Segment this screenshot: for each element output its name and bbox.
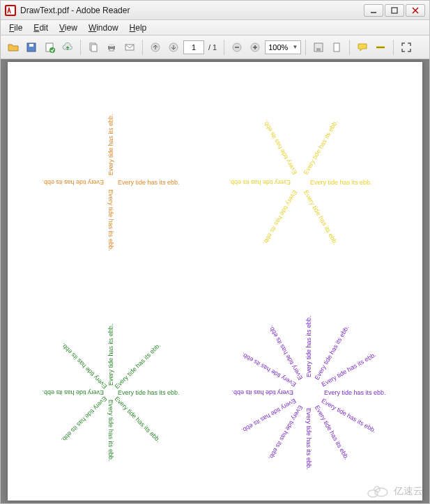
- separator: [305, 40, 306, 55]
- folder-open-icon: [8, 42, 19, 53]
- convert-icon: [44, 42, 55, 53]
- burst-ray: Every tide has its ebb.: [107, 324, 114, 386]
- next-page-button[interactable]: [165, 39, 182, 56]
- page-total-label: / 1: [206, 43, 220, 52]
- plus-icon: [249, 42, 261, 53]
- read-mode-button[interactable]: [398, 39, 415, 56]
- burst-ray: Every tide has its ebb.: [107, 189, 114, 251]
- burst-ray: Every tide has its ebb.: [42, 389, 104, 396]
- cloud-button[interactable]: [59, 39, 76, 56]
- separator: [349, 40, 350, 55]
- burst-ray: Every tide has its ebb.: [42, 179, 104, 186]
- svg-rect-13: [109, 44, 114, 47]
- titlebar: DrawText.pdf - Adobe Reader: [1, 1, 429, 20]
- burst-ray: Every tide has its ebb.: [310, 179, 372, 186]
- save-icon: [26, 42, 37, 53]
- burst-ray: Every tide has its ebb.: [114, 342, 162, 391]
- arrow-down-icon: [168, 42, 179, 53]
- disk-icon: [313, 42, 324, 53]
- burst-ray: Every tide has its ebb.: [302, 119, 339, 176]
- printer-icon: [106, 42, 117, 53]
- adobe-reader-icon: [5, 5, 16, 16]
- document-viewport[interactable]: Every tide has its ebb.Every tide has it…: [1, 59, 429, 503]
- burst-ray: Every tide has its ebb.: [261, 119, 298, 176]
- svg-rect-14: [109, 49, 114, 51]
- svg-rect-24: [316, 48, 321, 51]
- convert-button[interactable]: [41, 39, 58, 56]
- menu-view[interactable]: View: [54, 22, 83, 34]
- mail-icon: [124, 42, 135, 53]
- burst-ray: Every tide has its ebb.: [60, 395, 109, 444]
- arrow-up-icon: [150, 42, 161, 53]
- page-number-input[interactable]: 1: [183, 40, 204, 54]
- zoom-out-button[interactable]: [229, 39, 245, 56]
- print-button[interactable]: [103, 39, 120, 56]
- chevron-down-icon: ▼: [292, 44, 298, 50]
- burst-ray: Every tide has its ebb.: [261, 189, 298, 246]
- burst-ray: Every tide has its ebb.: [305, 408, 312, 470]
- window-title: DrawText.pdf - Adobe Reader: [20, 6, 130, 15]
- burst-ray: Every tide has its ebb.: [118, 179, 180, 186]
- menu-help[interactable]: Help: [124, 22, 153, 34]
- pages-icon: [88, 42, 99, 53]
- fullscreen-icon: [401, 42, 412, 53]
- burst-ray: Every tide has its ebb.: [107, 113, 114, 175]
- separator: [80, 40, 81, 55]
- zoom-in-button[interactable]: [247, 39, 263, 56]
- menu-file[interactable]: File: [3, 22, 28, 34]
- toolbar: 1 / 1 100% ▼: [1, 36, 429, 59]
- burst-ray: Every tide has its ebb.: [107, 400, 114, 462]
- burst-ray: Every tide has its ebb.: [229, 179, 291, 186]
- page-view-icon: [331, 42, 342, 53]
- close-button[interactable]: [406, 4, 425, 17]
- highlight-button[interactable]: [372, 39, 389, 56]
- zoom-select[interactable]: 100% ▼: [265, 40, 301, 54]
- menu-window[interactable]: Window: [83, 22, 124, 34]
- burst-ray: Every tide has its ebb.: [60, 342, 109, 391]
- save-button[interactable]: [23, 39, 40, 56]
- pdf-page: Every tide has its ebb.Every tide has it…: [8, 62, 422, 501]
- previous-page-button[interactable]: [147, 39, 164, 56]
- tool-save-copy-button[interactable]: [310, 39, 327, 56]
- separator: [224, 40, 224, 55]
- comment-icon: [357, 42, 368, 53]
- minimize-button[interactable]: [364, 4, 383, 17]
- minus-icon: [231, 42, 243, 53]
- svg-rect-11: [91, 45, 97, 52]
- burst-ray: Every tide has its ebb.: [231, 389, 293, 396]
- zoom-value-label: 100%: [268, 43, 288, 52]
- burst-ray: Every tide has its ebb.: [114, 395, 162, 444]
- email-button[interactable]: [121, 39, 138, 56]
- svg-rect-25: [334, 43, 339, 52]
- svg-rect-1: [6, 6, 15, 15]
- burst-ray: Every tide has its ebb.: [302, 189, 339, 246]
- cloud-icon: [62, 42, 73, 53]
- burst-ray: Every tide has its ebb.: [324, 389, 386, 396]
- open-file-button[interactable]: [5, 39, 22, 56]
- maximize-button[interactable]: [385, 4, 404, 17]
- comment-button[interactable]: [354, 39, 371, 56]
- window-controls: [364, 4, 425, 17]
- svg-rect-3: [392, 8, 397, 13]
- menu-edit[interactable]: Edit: [28, 22, 54, 34]
- page-thumbnails-button[interactable]: [85, 39, 102, 56]
- separator: [142, 40, 143, 55]
- highlight-icon: [375, 42, 386, 53]
- tool-view-mode-button[interactable]: [328, 39, 345, 56]
- app-window: DrawText.pdf - Adobe Reader File Edit Vi…: [0, 0, 430, 504]
- separator: [393, 40, 394, 55]
- menubar: File Edit View Window Help: [1, 20, 429, 36]
- svg-rect-7: [29, 44, 33, 47]
- burst-ray: Every tide has its ebb.: [305, 315, 312, 377]
- burst-ray: Every tide has its ebb.: [118, 389, 180, 396]
